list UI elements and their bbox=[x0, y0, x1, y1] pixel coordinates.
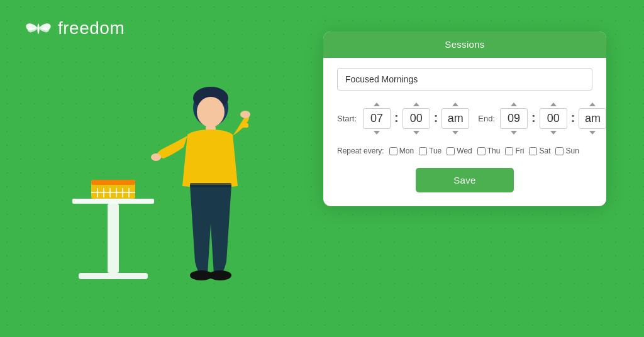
sessions-header: Sessions bbox=[323, 31, 606, 58]
checkbox-sat[interactable] bbox=[529, 147, 537, 155]
start-hour-down-arrow[interactable] bbox=[374, 131, 380, 135]
checkbox-fri[interactable] bbox=[505, 147, 513, 155]
svg-point-0 bbox=[37, 23, 39, 34]
day-tue: Tue bbox=[419, 146, 441, 155]
start-ampm-input[interactable] bbox=[441, 108, 469, 129]
end-minute-spinner bbox=[540, 102, 567, 135]
end-ampm-input[interactable] bbox=[579, 108, 606, 129]
day-sun-label: Sun bbox=[565, 146, 579, 155]
svg-point-17 bbox=[240, 111, 250, 118]
day-wed-label: Wed bbox=[457, 146, 472, 155]
end-minute-input[interactable] bbox=[540, 108, 567, 129]
repeat-row: Repeat every: Mon Tue Wed Thu Fri bbox=[337, 146, 592, 155]
end-hour-down-arrow[interactable] bbox=[511, 131, 517, 135]
checkbox-tue[interactable] bbox=[419, 147, 427, 155]
person-illustration bbox=[145, 73, 270, 312]
logo: freedom bbox=[25, 18, 125, 39]
end-minute-down-arrow[interactable] bbox=[550, 131, 557, 135]
svg-point-15 bbox=[197, 97, 225, 127]
end-ampm-spinner bbox=[579, 102, 606, 135]
repeat-label: Repeat every: bbox=[337, 146, 384, 155]
day-wed: Wed bbox=[447, 146, 472, 155]
start-hour-input[interactable] bbox=[363, 108, 391, 129]
end-hour-up-arrow[interactable] bbox=[511, 102, 517, 106]
end-hour-input[interactable] bbox=[500, 108, 528, 129]
colon-3: : bbox=[531, 111, 536, 126]
sessions-panel: Sessions Start: : : bbox=[323, 31, 606, 206]
svg-rect-1 bbox=[72, 199, 154, 204]
start-ampm-spinner bbox=[441, 102, 469, 135]
svg-rect-5 bbox=[91, 180, 135, 185]
save-button[interactable]: Save bbox=[416, 168, 513, 192]
sessions-body: Start: : : End: bbox=[323, 58, 606, 206]
svg-point-18 bbox=[151, 153, 161, 161]
end-ampm-up-arrow[interactable] bbox=[589, 102, 596, 106]
day-sun: Sun bbox=[555, 146, 579, 155]
day-fri: Fri bbox=[505, 146, 524, 155]
checkbox-thu[interactable] bbox=[477, 147, 486, 155]
logo-text: freedom bbox=[58, 18, 125, 38]
colon-2: : bbox=[434, 111, 438, 126]
day-sat-label: Sat bbox=[539, 146, 550, 155]
day-thu: Thu bbox=[477, 146, 501, 155]
start-hour-up-arrow[interactable] bbox=[374, 102, 380, 106]
day-thu-label: Thu bbox=[487, 146, 501, 155]
colon-4: : bbox=[571, 111, 575, 126]
day-mon: Mon bbox=[389, 146, 414, 155]
end-minute-up-arrow[interactable] bbox=[550, 102, 557, 106]
start-minute-spinner bbox=[402, 102, 430, 135]
start-ampm-up-arrow[interactable] bbox=[452, 102, 458, 106]
end-ampm-down-arrow[interactable] bbox=[589, 131, 596, 135]
start-minute-input[interactable] bbox=[402, 108, 430, 129]
butterfly-icon bbox=[25, 18, 52, 39]
checkbox-mon[interactable] bbox=[389, 147, 397, 155]
start-hour-spinner bbox=[363, 102, 391, 135]
sessions-title: Sessions bbox=[445, 39, 484, 50]
checkbox-sun[interactable] bbox=[555, 147, 564, 155]
day-mon-label: Mon bbox=[399, 146, 414, 155]
day-tue-label: Tue bbox=[429, 146, 441, 155]
day-fri-label: Fri bbox=[515, 146, 524, 155]
svg-point-20 bbox=[209, 270, 231, 280]
svg-rect-21 bbox=[242, 123, 248, 128]
start-minute-up-arrow[interactable] bbox=[413, 102, 419, 106]
day-sat: Sat bbox=[529, 146, 550, 155]
svg-rect-3 bbox=[79, 273, 148, 279]
svg-rect-22 bbox=[190, 183, 231, 187]
end-label: End: bbox=[478, 114, 495, 123]
svg-rect-2 bbox=[108, 204, 119, 273]
colon-1: : bbox=[394, 111, 399, 126]
start-minute-down-arrow[interactable] bbox=[413, 131, 419, 135]
time-row: Start: : : End: bbox=[337, 102, 592, 135]
session-name-input[interactable] bbox=[337, 68, 592, 91]
checkbox-wed[interactable] bbox=[447, 147, 455, 155]
start-label: Start: bbox=[337, 114, 359, 123]
end-hour-spinner bbox=[500, 102, 528, 135]
start-ampm-down-arrow[interactable] bbox=[452, 131, 458, 135]
